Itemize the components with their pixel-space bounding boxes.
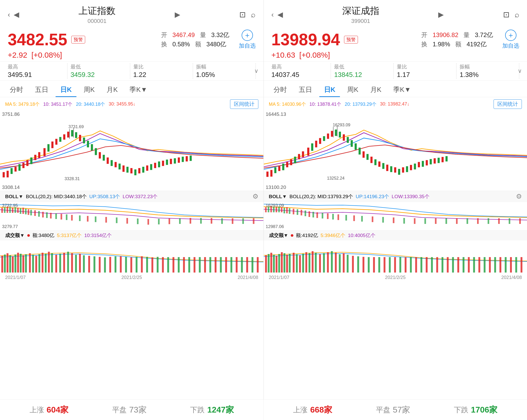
svg-rect-46: [182, 157, 184, 162]
tab-rik[interactable]: 日K: [56, 83, 76, 97]
svg-rect-102: [22, 255, 24, 273]
left-nav: ‹ ◀: [8, 10, 19, 19]
chevron-down-icon[interactable]: ∨: [254, 68, 258, 74]
svg-rect-194: [426, 160, 428, 165]
right-bottom: 上涨 668家 平盘 57家 下跌 1706家: [264, 399, 527, 420]
right-tab-rik[interactable]: 日K: [319, 83, 340, 97]
left-high-item: 最高 3495.91: [8, 63, 67, 79]
svg-rect-150: [246, 257, 248, 273]
svg-rect-120: [88, 256, 90, 273]
right-next-icon[interactable]: ▶: [438, 10, 444, 19]
right-prev-icon[interactable]: ◀: [277, 10, 283, 19]
svg-rect-117: [75, 255, 77, 273]
right-vol-title[interactable]: 成交额▼: [269, 232, 288, 239]
right-tab-jijk[interactable]: 季K▼: [389, 83, 416, 97]
right-tab-fenshi[interactable]: 分时: [269, 83, 292, 97]
left-chart[interactable]: 3751.86 3308.14: [0, 111, 264, 191]
right-tab-wuri[interactable]: 五日: [294, 83, 317, 97]
gear-icon[interactable]: ⚙: [252, 192, 258, 200]
left-region-btn[interactable]: 区间统计: [230, 99, 258, 109]
prev-icon[interactable]: ◀: [14, 10, 19, 19]
tab-jijk[interactable]: 季K▼: [125, 83, 152, 97]
svg-rect-80: [126, 218, 128, 224]
right-back-icon[interactable]: ‹: [271, 11, 274, 19]
tab-zhouk[interactable]: 周K: [79, 83, 99, 97]
svg-rect-25: [99, 152, 101, 159]
left-chart-low: 3308.14: [2, 185, 20, 190]
tab-yuek[interactable]: 月K: [102, 83, 122, 97]
left-warning[interactable]: 预警: [71, 36, 85, 43]
right-gear-icon[interactable]: ⚙: [516, 192, 522, 200]
svg-rect-270: [347, 255, 348, 273]
left-up-label: 上涨: [30, 405, 44, 415]
svg-rect-72: [60, 214, 62, 220]
svg-rect-178: [362, 151, 364, 158]
right-zhenfu-val: 1.38%: [460, 71, 516, 79]
plus-icon: ＋: [242, 30, 253, 41]
svg-rect-243: [519, 218, 521, 224]
left-add-btn[interactable]: ＋ 加自选: [239, 30, 256, 50]
svg-rect-156: [274, 167, 276, 173]
right-panel: ‹ ◀ 深证成指 399001 ▶ ⊡ ⌕ 13989.94 预警: [264, 0, 527, 399]
left-ma20: 20: 3440.18个: [76, 101, 105, 107]
svg-rect-70: [50, 213, 51, 218]
svg-rect-113: [59, 254, 61, 273]
right-tab-zhouk[interactable]: 周K: [342, 83, 363, 97]
right-add-btn[interactable]: ＋ 加自选: [502, 30, 519, 50]
svg-rect-24: [95, 148, 97, 155]
svg-rect-273: [362, 257, 364, 273]
svg-rect-164: [307, 148, 309, 156]
svg-rect-125: [115, 256, 116, 273]
svg-rect-122: [99, 257, 101, 273]
svg-rect-192: [418, 162, 420, 167]
left-stat-row2: 换 0.58% 额 3480亿: [161, 40, 229, 48]
right-chart[interactable]: 16445.13 13100.20: [264, 111, 527, 191]
svg-rect-87: [200, 218, 202, 224]
right-flat-label: 平盘: [376, 405, 390, 415]
right-zhenfu-item: 振幅 1.38%: [456, 63, 519, 79]
svg-rect-158: [282, 164, 284, 170]
svg-rect-271: [352, 256, 354, 273]
svg-rect-181: [374, 159, 376, 165]
svg-rect-32: [126, 167, 128, 173]
left-zhenfu-label: 振幅: [196, 63, 252, 70]
right-tab-yuek[interactable]: 月K: [366, 83, 386, 97]
left-ma5: MA 5: 3479.18个: [5, 101, 40, 107]
search-icon[interactable]: ⌕: [251, 10, 256, 19]
share-icon[interactable]: ⊡: [239, 10, 246, 19]
left-date1: 2021/1/07: [5, 275, 26, 280]
right-search-icon[interactable]: ⌕: [515, 10, 519, 19]
svg-rect-19: [75, 132, 77, 138]
svg-rect-92: [253, 218, 254, 224]
left-vol-title[interactable]: 成交额▼: [5, 232, 25, 239]
right-low-label: 最低: [334, 63, 390, 70]
right-vol5: 5:3946亿个: [321, 232, 345, 239]
right-region-btn[interactable]: 区间统计: [494, 99, 522, 109]
right-warning[interactable]: 预警: [344, 36, 358, 43]
svg-rect-280: [399, 257, 401, 273]
svg-rect-15: [59, 137, 61, 142]
svg-rect-261: [312, 251, 313, 273]
left-amount-val: 3480亿: [206, 40, 226, 48]
next-icon[interactable]: ▶: [175, 10, 180, 19]
svg-rect-154: [266, 172, 268, 177]
svg-rect-224: [332, 214, 334, 220]
tab-wuri[interactable]: 五日: [30, 83, 53, 97]
right-chevron-icon[interactable]: ∨: [518, 68, 522, 74]
svg-rect-1: [3, 172, 5, 178]
left-amount-label: 额: [195, 40, 201, 48]
left-flat-stat: 平盘 73家: [112, 404, 147, 416]
svg-rect-283: [415, 257, 417, 273]
tab-fenshí[interactable]: 分时: [5, 83, 28, 97]
svg-rect-131: [146, 257, 148, 273]
right-share-icon[interactable]: ⊡: [503, 10, 510, 19]
svg-rect-13: [51, 142, 54, 148]
right-chart-low: 13100.20: [266, 185, 286, 190]
svg-rect-71: [55, 213, 57, 219]
left-header-icons: ⊡ ⌕: [239, 10, 256, 19]
svg-rect-228: [361, 216, 363, 222]
left-liangbi-label: 量比: [133, 63, 190, 70]
left-boll-title[interactable]: BOLL▼: [5, 194, 23, 199]
back-icon[interactable]: ‹: [8, 11, 10, 19]
right-boll-title[interactable]: BOLL▼: [269, 194, 287, 199]
